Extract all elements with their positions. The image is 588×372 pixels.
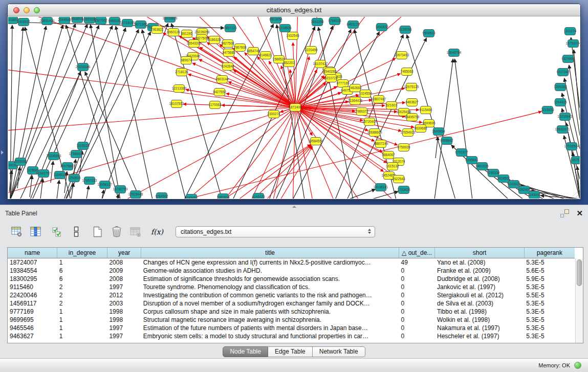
delete-table-button[interactable] <box>128 224 143 239</box>
network-node[interactable]: 2300274 <box>267 111 280 118</box>
table-row[interactable]: 1830029562008Estimation of significance … <box>8 275 575 283</box>
column-header[interactable]: title <box>141 248 399 258</box>
network-node[interactable]: 7986372 <box>355 108 368 116</box>
network-node[interactable]: 7462663 <box>349 84 362 92</box>
network-node[interactable]: 16210643 <box>558 113 573 121</box>
network-node[interactable]: 20153346 <box>76 63 91 71</box>
table-row[interactable]: 1872400712008Changes of HCN gene express… <box>8 258 575 267</box>
network-node[interactable]: 10973493 <box>395 52 409 59</box>
column-header[interactable]: year <box>107 248 141 258</box>
network-node[interactable]: 16543392 <box>187 40 202 48</box>
network-node[interactable]: 12213389 <box>172 85 187 93</box>
delete-column-button[interactable] <box>109 224 124 239</box>
network-node[interactable]: 1615132 <box>386 163 399 170</box>
table-selector-dropdown[interactable]: citations_edges.txt <box>176 226 375 237</box>
network-node[interactable]: 15751074 <box>566 40 580 48</box>
network-node[interactable]: 9242848 <box>221 63 234 71</box>
network-node[interactable]: 2967608 <box>233 44 247 52</box>
network-node[interactable]: 9671385 <box>134 21 147 29</box>
column-header[interactable]: △ out_de... <box>399 248 435 258</box>
network-node[interactable]: 10688609 <box>367 129 382 137</box>
network-node[interactable]: 2718126 <box>175 69 188 76</box>
network-node[interactable]: 2803144 <box>215 76 229 83</box>
network-node[interactable]: 2220459 <box>304 47 318 54</box>
network-node[interactable]: 8960128 <box>167 29 180 36</box>
network-node[interactable]: 2044595 <box>58 17 71 24</box>
network-node[interactable]: 9329966 <box>561 55 575 63</box>
network-node[interactable]: 9284502 <box>155 193 168 199</box>
network-node[interactable]: 14136141 <box>374 184 388 191</box>
network-node[interactable]: 19958107 <box>98 181 113 189</box>
column-header[interactable]: in_degree <box>57 248 107 258</box>
memory-status-indicator[interactable] <box>574 362 581 369</box>
network-node[interactable]: 19584554 <box>309 138 323 145</box>
network-node[interactable]: 2522543 <box>392 176 405 183</box>
network-node[interactable]: 10719195 <box>120 19 135 27</box>
network-node[interactable]: 12923448 <box>128 191 143 199</box>
network-node[interactable]: 9756928 <box>397 144 410 151</box>
network-node[interactable]: 1095334 <box>487 169 500 177</box>
network-node[interactable]: 9924501 <box>497 175 510 183</box>
network-node[interactable]: 9884067 <box>382 151 395 159</box>
scrollbar-thumb[interactable] <box>577 259 582 286</box>
network-node[interactable]: 7963822 <box>150 26 164 34</box>
network-node[interactable]: 17359924 <box>69 150 84 158</box>
network-node[interactable]: 9115460 <box>420 106 432 114</box>
splitter-caret-icon[interactable] <box>292 206 296 208</box>
network-node[interactable]: 852203 <box>284 59 295 67</box>
network-node[interactable]: 2526065 <box>14 158 27 166</box>
network-canvas[interactable]: 2303657140355720891406204459595085311065… <box>8 17 580 199</box>
network-node[interactable]: 1872400 <box>289 104 302 112</box>
network-node[interactable]: 8813054 <box>269 17 282 24</box>
network-node[interactable]: 9245023 <box>507 181 520 188</box>
network-node[interactable]: 17016504 <box>564 143 579 150</box>
network-node[interactable]: 18495758 <box>405 114 420 121</box>
network-node[interactable]: 8135065 <box>399 26 412 34</box>
column-header[interactable]: short <box>435 248 524 258</box>
network-node[interactable]: 18107552 <box>169 100 184 108</box>
create-table-button[interactable] <box>90 224 105 239</box>
network-node[interactable]: 9227342 <box>556 69 570 76</box>
network-node[interactable]: 10975887 <box>60 163 75 170</box>
network-node[interactable]: 18807249 <box>374 140 388 148</box>
function-builder-button[interactable]: f(x) <box>149 224 165 239</box>
network-node[interactable]: 8427552 <box>213 89 226 96</box>
network-node[interactable]: 1164519 <box>54 171 67 179</box>
network-node[interactable]: 16033809 <box>163 17 178 23</box>
network-node[interactable]: 9218506 <box>278 25 292 32</box>
network-node[interactable]: 1691058 <box>311 18 324 26</box>
tab-network-table[interactable]: Network Table <box>313 346 365 357</box>
network-node[interactable]: 621603 <box>386 102 397 110</box>
network-node[interactable]: 9245023 <box>252 193 265 199</box>
select-all-button[interactable] <box>50 224 65 239</box>
panel-expand-arrow[interactable] <box>1 150 4 155</box>
network-node[interactable]: 891295 <box>181 30 192 38</box>
network-node[interactable]: 9777169 <box>336 80 350 87</box>
network-node[interactable]: 8186328 <box>208 36 221 44</box>
network-node[interactable]: 9958842 <box>440 137 453 145</box>
network-node[interactable]: 17654923 <box>401 129 416 137</box>
network-node[interactable]: 8463123 <box>346 21 360 29</box>
network-node[interactable]: 9463627 <box>405 99 419 106</box>
network-node[interactable]: 7857223 <box>224 25 237 32</box>
show-column-button[interactable] <box>28 224 43 239</box>
column-header[interactable]: name <box>8 248 57 258</box>
network-node[interactable]: 1244415 <box>554 99 567 106</box>
network-node[interactable]: 1311274 <box>564 28 577 35</box>
network-node[interactable]: 1170063 <box>209 101 222 109</box>
network-node[interactable]: 1932545 <box>286 32 299 40</box>
table-row[interactable]: 946554611997Estimation of the future num… <box>8 324 575 332</box>
network-node[interactable]: 3215953 <box>541 106 554 114</box>
network-node[interactable]: 1850922 <box>375 24 388 31</box>
network-node[interactable]: 9475685 <box>222 49 235 57</box>
table-vertical-scrollbar[interactable] <box>575 258 583 343</box>
tab-node-table[interactable]: Node Table <box>223 346 268 357</box>
table-row[interactable]: 977716911998Corpus callosum shape and si… <box>8 308 575 316</box>
zoom-window-button[interactable] <box>34 7 40 13</box>
table-row[interactable]: 946362711997Embryonic stem cells: a mode… <box>8 332 575 340</box>
network-node[interactable]: 1250515 <box>68 174 81 182</box>
network-node[interactable]: 9827508 <box>221 40 234 48</box>
window-titlebar[interactable]: citations_edges.txt <box>8 4 580 16</box>
network-node[interactable]: 16782759 <box>113 186 128 193</box>
deselect-all-button[interactable] <box>69 224 84 239</box>
